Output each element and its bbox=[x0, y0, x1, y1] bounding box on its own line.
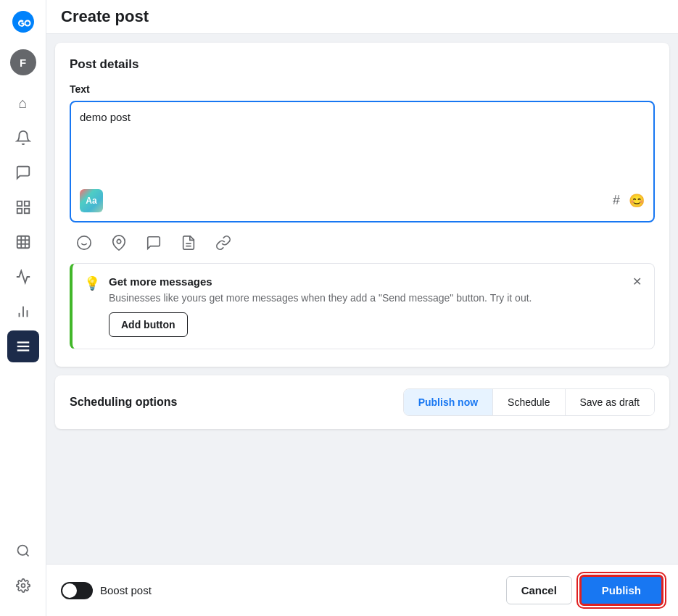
sidebar-item-table[interactable] bbox=[7, 226, 39, 258]
post-details-card: Post details Text demo post Aa # 😊 bbox=[55, 43, 669, 367]
bulb-icon: 💡 bbox=[84, 275, 100, 337]
sidebar-item-analytics[interactable] bbox=[7, 296, 39, 328]
hashtag-icon[interactable]: # bbox=[613, 193, 620, 209]
info-banner-body: Businesses like yours get more messages … bbox=[109, 292, 642, 304]
svg-rect-2 bbox=[17, 209, 21, 213]
info-banner: 💡 Get more messages Businesses like your… bbox=[70, 263, 655, 349]
text-input-toolbar: Aa # 😊 bbox=[80, 189, 645, 212]
svg-rect-1 bbox=[24, 201, 28, 206]
sidebar-bottom-nav bbox=[7, 535, 39, 602]
sidebar-item-messages[interactable] bbox=[7, 157, 39, 188]
svg-point-17 bbox=[21, 584, 25, 588]
sidebar-item-settings[interactable] bbox=[7, 570, 39, 602]
page-header: Create post bbox=[46, 0, 678, 34]
sidebar-item-content[interactable] bbox=[7, 191, 39, 223]
svg-rect-4 bbox=[17, 236, 29, 249]
location-toolbar-btn[interactable] bbox=[107, 231, 131, 254]
svg-point-21 bbox=[117, 239, 121, 244]
footer-bar: Boost post Cancel Publish bbox=[46, 564, 678, 616]
user-avatar[interactable]: F bbox=[10, 49, 36, 75]
page-title: Create post bbox=[61, 7, 663, 33]
publish-button[interactable]: Publish bbox=[579, 575, 663, 606]
test-toolbar-btn[interactable] bbox=[177, 231, 200, 254]
boost-post-label: Boost post bbox=[100, 584, 152, 596]
emoji-icon[interactable]: 😊 bbox=[629, 193, 645, 209]
close-icon: ✕ bbox=[632, 275, 642, 288]
sidebar-item-menu[interactable] bbox=[7, 330, 39, 362]
app-logo[interactable] bbox=[10, 9, 36, 38]
sidebar-item-promotions[interactable] bbox=[7, 261, 39, 293]
media-toolbar bbox=[70, 231, 655, 254]
boost-post-area: Boost post bbox=[61, 582, 152, 599]
emoji-toolbar-btn[interactable] bbox=[73, 231, 96, 254]
publish-now-button[interactable]: Publish now bbox=[404, 389, 493, 415]
link-toolbar-btn[interactable] bbox=[212, 231, 235, 254]
scheduling-title: Scheduling options bbox=[70, 396, 177, 409]
text-format-button[interactable]: Aa bbox=[80, 189, 103, 212]
toggle-knob bbox=[62, 583, 77, 598]
text-field-label: Text bbox=[70, 83, 655, 95]
scheduling-card: Scheduling options Publish now Schedule … bbox=[55, 375, 669, 429]
sidebar: F ⌂ bbox=[0, 0, 46, 616]
svg-point-15 bbox=[17, 546, 27, 555]
add-button-cta[interactable]: Add button bbox=[109, 312, 188, 337]
scheduling-options-group: Publish now Schedule Save as draft bbox=[403, 388, 655, 416]
svg-point-18 bbox=[78, 236, 91, 249]
content-area: Post details Text demo post Aa # 😊 bbox=[46, 34, 678, 564]
sidebar-item-search[interactable] bbox=[7, 535, 39, 567]
text-input-value[interactable]: demo post bbox=[80, 111, 645, 183]
info-banner-title: Get more messages bbox=[109, 275, 642, 288]
save-as-draft-button[interactable]: Save as draft bbox=[566, 389, 655, 415]
boost-post-toggle[interactable] bbox=[61, 582, 93, 599]
text-input-box[interactable]: demo post Aa # 😊 bbox=[70, 101, 655, 222]
svg-line-16 bbox=[25, 554, 28, 557]
cancel-button[interactable]: Cancel bbox=[506, 576, 572, 604]
schedule-button[interactable]: Schedule bbox=[493, 389, 565, 415]
footer-action-buttons: Cancel Publish bbox=[506, 575, 663, 606]
messenger-toolbar-btn[interactable] bbox=[142, 231, 165, 254]
svg-rect-0 bbox=[17, 201, 21, 206]
text-icons-group: # 😊 bbox=[613, 193, 645, 209]
main-content: Create post Post details Text demo post … bbox=[46, 0, 678, 616]
sidebar-item-notifications[interactable] bbox=[7, 122, 39, 154]
info-banner-content: Get more messages Businesses like yours … bbox=[109, 275, 642, 337]
close-banner-button[interactable]: ✕ bbox=[628, 272, 645, 290]
post-details-title: Post details bbox=[70, 57, 655, 72]
svg-rect-3 bbox=[24, 209, 28, 213]
sidebar-item-home[interactable]: ⌂ bbox=[7, 87, 39, 119]
sidebar-navigation: ⌂ bbox=[7, 87, 39, 535]
